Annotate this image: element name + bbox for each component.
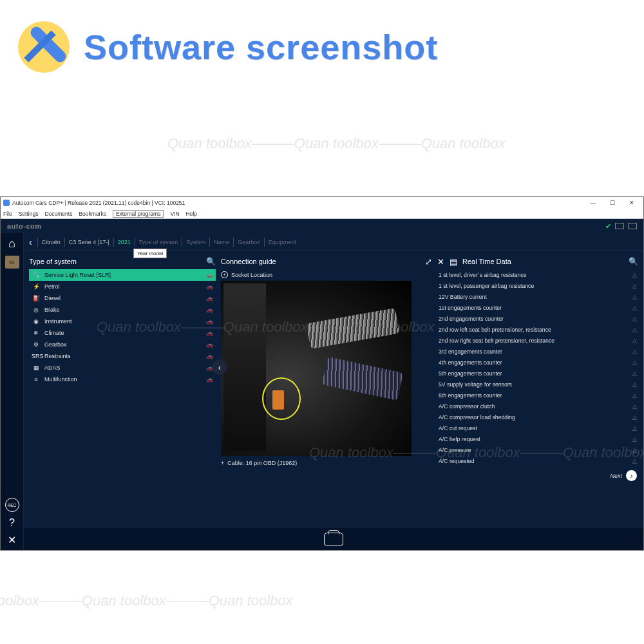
triangle-icon: △ [632,370,637,377]
crumb-system[interactable]: System [186,239,205,245]
panel-connection-guide: Connection guide ⤢ + Socket Location [221,254,432,524]
menu-help[interactable]: Help [186,211,197,217]
rtd-row[interactable]: 6th engagements counter△ [437,390,638,401]
system-type-row[interactable]: 🔧Service Light Reset [SLR]🚗 [29,269,216,281]
triangle-icon: △ [632,447,637,453]
system-type-row[interactable]: ⛽Diesel🚗 [29,292,216,304]
rtd-row[interactable]: 1st engagements counter△ [437,302,638,313]
system-type-row[interactable]: ⚡Petrol🚗 [29,281,216,292]
system-type-row[interactable]: ▦ADAS🚗 [29,362,216,374]
menubar: File Settings Documents Bookmarks Extern… [1,209,643,219]
rtd-row[interactable]: 1 st level, passenger airbag resistance△ [437,280,638,291]
back-button[interactable]: ‹ [29,237,32,247]
system-type-row[interactable]: ◉Instrument🚗 [29,316,216,327]
system-icon: ◉ [32,318,41,325]
watermark: Quan toolbox———Quan toolbox———Quan toolb… [167,135,506,152]
rtd-row[interactable]: A/C pressure△ [437,444,638,455]
rtd-label: 1 st level, driver´s airbag resistance [439,272,527,278]
system-type-row[interactable]: ≡Multifunction🚗 [29,374,216,385]
rtd-label: A/C cut request [439,425,477,431]
window-close-button[interactable]: ✕ [623,198,641,207]
rtd-label: 1st engagements counter [439,305,502,311]
rtd-label: 5th engagements counter [439,370,502,377]
cert-badge-icon[interactable]: €3 [5,256,19,269]
status-icon [628,223,637,229]
list-icon[interactable]: ▤ [450,257,457,267]
tools-icon[interactable]: ✕ [437,257,444,267]
car-icon: 🚗 [206,318,213,325]
photo-prev-button[interactable]: ‹ [212,359,227,375]
system-icon: ◎ [32,307,41,313]
rtd-row[interactable]: A/C compressor clutch△ [437,401,638,412]
crumb-type[interactable]: Type of system [139,239,178,245]
rtd-row[interactable]: 3rd engagements counter△ [437,346,638,357]
search-icon[interactable]: 🔍 [206,257,216,266]
rtd-row[interactable]: 5th engagements counter△ [437,368,638,379]
watermark: Quan toolbox———Quan toolbox———Quan toolb… [0,592,293,609]
rtd-row[interactable]: 2nd row right seat belt pretensioner, re… [437,335,638,346]
help-icon[interactable]: ? [9,517,15,529]
expand-icon[interactable]: ⤢ [425,257,432,267]
next-button[interactable]: › [626,470,637,481]
crumb-gearbox[interactable]: Gearbox [238,239,260,245]
triangle-icon: △ [632,403,637,410]
panel-system-types: Type of system 🔍 🔧Service Light Reset [S… [29,254,216,524]
rtd-row[interactable]: A/C cut request△ [437,422,638,433]
crumb-model[interactable]: C3 Serie 4 [17-] [69,239,109,245]
triangle-icon: △ [632,436,637,442]
triangle-icon: △ [632,272,637,278]
rtd-row[interactable]: 5V supply voltage for sensors△ [437,379,638,390]
triangle-icon: △ [632,348,637,355]
rtd-row[interactable]: 2nd row left seat belt pretensioner, res… [437,324,638,335]
crumb-make[interactable]: Citroën [42,239,61,245]
system-icon: ⚙ [32,341,41,348]
triangle-icon: △ [632,294,637,300]
menu-vin[interactable]: VIN [170,211,179,217]
car-icon: 🚗 [206,341,213,348]
connector-photo[interactable]: ‹ [221,281,412,456]
record-button[interactable]: REC [5,498,19,512]
close-icon[interactable]: ✕ [8,534,16,546]
system-type-row[interactable]: ❄Climate🚗 [29,327,216,339]
window-minimize-button[interactable]: ― [584,198,602,207]
rtd-row[interactable]: 1 st level, driver´s airbag resistance△ [437,269,638,280]
rtd-row[interactable]: 4th engagements counter△ [437,357,638,368]
menu-file[interactable]: File [3,211,12,217]
menu-bookmarks[interactable]: Bookmarks [79,211,106,217]
triangle-icon: △ [632,316,637,322]
crumb-name[interactable]: Name [214,239,229,245]
rtd-label: 6th engagements counter [439,392,502,399]
rtd-row[interactable]: 12V Battery current△ [437,291,638,302]
rtd-label: 1 st level, passenger airbag resistance [439,283,534,289]
rtd-row[interactable]: 2nd engagements counter△ [437,313,638,324]
window-maximize-button[interactable]: ☐ [603,198,621,207]
car-icon: 🚗 [206,353,213,359]
crumb-year[interactable]: 2021 [118,239,131,245]
car-icon: 🚗 [206,330,213,336]
triangle-icon: △ [632,458,637,464]
crumb-equipment[interactable]: Equipment [269,239,296,245]
system-label: Brake [44,307,60,313]
rtd-row[interactable]: A/C requested△ [437,455,638,466]
check-icon: ✔ [605,222,611,231]
menu-settings[interactable]: Settings [19,211,39,217]
menu-external-programs[interactable]: External programs [113,210,164,218]
menu-documents[interactable]: Documents [44,211,72,217]
expand-plus-icon[interactable]: + [221,460,224,466]
home-icon[interactable]: ⌂ [8,237,15,251]
rtd-label: A/C help request [439,436,480,442]
rtd-label: 12V Battery current [439,294,487,300]
search-icon[interactable]: 🔍 [629,257,638,266]
car-icon[interactable] [324,533,343,545]
triangle-icon: △ [632,392,637,399]
rtd-row[interactable]: A/C compressor load shedding△ [437,412,638,422]
system-type-row[interactable]: ◎Brake🚗 [29,304,216,316]
system-type-row[interactable]: ⚙Gearbox🚗 [29,339,216,350]
rtd-row[interactable]: A/C help request△ [437,433,638,444]
system-type-row[interactable]: SRSRestraints🚗 [29,350,216,362]
system-label: Multifunction [44,376,77,383]
expand-plus-icon[interactable]: + [221,271,228,278]
triangle-icon: △ [632,305,637,311]
app-icon [3,200,10,206]
triangle-icon: △ [632,337,637,344]
